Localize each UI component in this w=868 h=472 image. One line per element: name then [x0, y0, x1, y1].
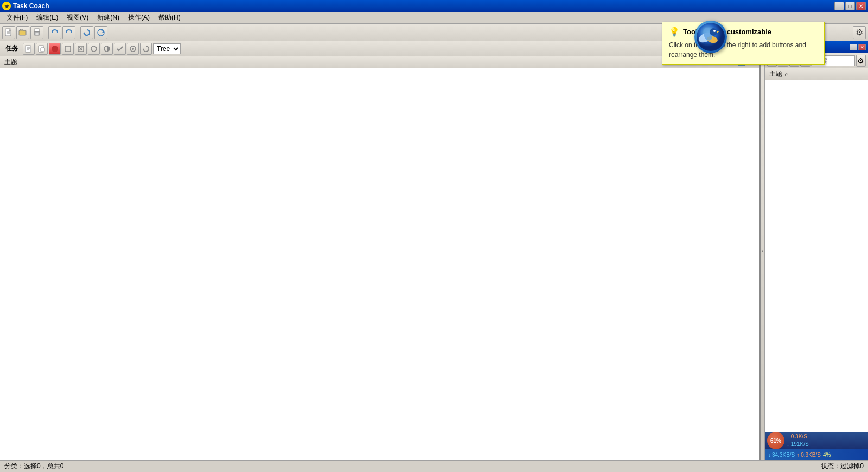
- square-button[interactable]: [62, 43, 74, 55]
- menu-new[interactable]: 新建(N): [93, 12, 124, 23]
- app-bird-logo: [694, 21, 727, 53]
- net-bar-percent: 4%: [823, 452, 831, 458]
- tooltip-overlay: 💡 Toolbars are customizable Click on the…: [662, 22, 825, 65]
- print-button[interactable]: [30, 26, 43, 39]
- task-toolbar: 任务: [0, 41, 760, 56]
- circle-half-button[interactable]: [101, 43, 113, 55]
- task-columns: 主题 计划开始日期 到期日期 ◀: [0, 56, 760, 68]
- svg-rect-24: [41, 48, 44, 52]
- separator-2: [78, 27, 78, 38]
- svg-point-16: [710, 28, 717, 36]
- net-bar-upload: ↑ 0.3KB/S: [797, 452, 821, 458]
- rp-gear-button[interactable]: ⚙: [856, 55, 866, 67]
- right-panel-minimize-button[interactable]: —: [850, 44, 857, 50]
- minimize-button[interactable]: —: [834, 2, 844, 10]
- menu-action[interactable]: 操作(A): [124, 12, 154, 23]
- right-panel-column-header: 主题 ⌂: [765, 68, 868, 80]
- svg-marker-34: [143, 48, 145, 50]
- title-bar-left: ★ Task Coach: [2, 2, 49, 10]
- svg-point-17: [713, 30, 716, 32]
- delete-button[interactable]: [75, 43, 87, 55]
- redo-button[interactable]: [62, 26, 75, 39]
- task-refresh-button[interactable]: [140, 43, 152, 55]
- open-button[interactable]: [16, 26, 29, 39]
- close-button[interactable]: ✕: [856, 2, 866, 10]
- new-file-button[interactable]: [2, 26, 15, 39]
- main-container: 任务: [0, 41, 868, 460]
- svg-rect-5: [35, 29, 39, 31]
- subject-column-header: 主题: [0, 56, 640, 68]
- circle-empty-button[interactable]: [88, 43, 100, 55]
- rp-home-icon: ⌂: [784, 71, 788, 78]
- right-panel-close-button[interactable]: ✕: [858, 44, 866, 50]
- svg-rect-6: [35, 33, 39, 35]
- red-flag-button[interactable]: [49, 43, 61, 55]
- app-title: Task Coach: [13, 2, 49, 10]
- right-panel: 分类 — ✕ ⚙ 主题 ⌂: [765, 41, 868, 460]
- new-subtask-button[interactable]: [36, 43, 48, 55]
- svg-point-33: [132, 48, 134, 50]
- status-right: 状态：过滤掉0: [821, 462, 864, 471]
- separator-1: [46, 27, 46, 38]
- circle2-button[interactable]: [127, 43, 139, 55]
- status-left: 分类：选择0，总共0: [4, 462, 63, 471]
- svg-rect-26: [65, 46, 71, 52]
- network-usage-circle: 61%: [767, 432, 784, 449]
- net-bar-download: ↓ 34.3KB/S: [768, 452, 795, 458]
- panel-collapse-handle[interactable]: ‹: [761, 41, 765, 460]
- new-task-button[interactable]: [23, 43, 35, 55]
- svg-point-25: [52, 46, 58, 52]
- menu-help[interactable]: 帮助(H): [154, 12, 185, 23]
- network-speeds: ↑ 0.3K/S ↓ 191K/S: [787, 433, 809, 448]
- right-panel-title-buttons: — ✕: [850, 44, 866, 50]
- svg-point-30: [91, 46, 97, 52]
- right-panel-content[interactable]: [765, 80, 868, 460]
- main-toolbar: 💡 Toolbars are customizable Click on the…: [0, 24, 868, 41]
- refresh-button[interactable]: [80, 26, 93, 39]
- task-panel-label: 任务: [2, 44, 22, 53]
- view-selector[interactable]: Tree List: [153, 43, 181, 54]
- stop-button[interactable]: [94, 26, 107, 39]
- app-icon: ★: [2, 2, 11, 10]
- rp-subject-header: 主题: [769, 69, 782, 79]
- download-speed: ↓ 191K/S: [787, 441, 809, 448]
- check-button[interactable]: [114, 43, 126, 55]
- network-widget: 61% ↑ 0.3K/S ↓ 191K/S: [765, 432, 868, 449]
- task-content-area[interactable]: [0, 68, 760, 460]
- maximize-button[interactable]: □: [845, 2, 855, 10]
- status-bar: 分类：选择0，总共0 状态：过滤掉0: [0, 460, 868, 472]
- menu-view[interactable]: 视图(V): [62, 12, 93, 23]
- svg-marker-9: [83, 32, 85, 34]
- menu-edit[interactable]: 编辑(E): [32, 12, 62, 23]
- bottom-network-bar: ↓ 34.3KB/S ↑ 0.3KB/S 4%: [765, 449, 868, 460]
- title-bar: ★ Task Coach — □ ✕: [0, 0, 868, 12]
- tooltip-title: 💡 Toolbars are customizable: [669, 27, 818, 37]
- tooltip-body: Click on the gear to the right to add bu…: [669, 40, 818, 60]
- title-bar-buttons: — □ ✕: [834, 2, 866, 10]
- tooltip-icon: 💡: [669, 27, 680, 37]
- svg-rect-3: [19, 30, 26, 35]
- toolbar-gear-button[interactable]: ⚙: [853, 26, 866, 39]
- undo-button[interactable]: [48, 26, 61, 39]
- task-panel: 任务: [0, 41, 761, 460]
- upload-speed: ↑ 0.3K/S: [787, 433, 809, 441]
- menu-file[interactable]: 文件(F): [2, 12, 32, 23]
